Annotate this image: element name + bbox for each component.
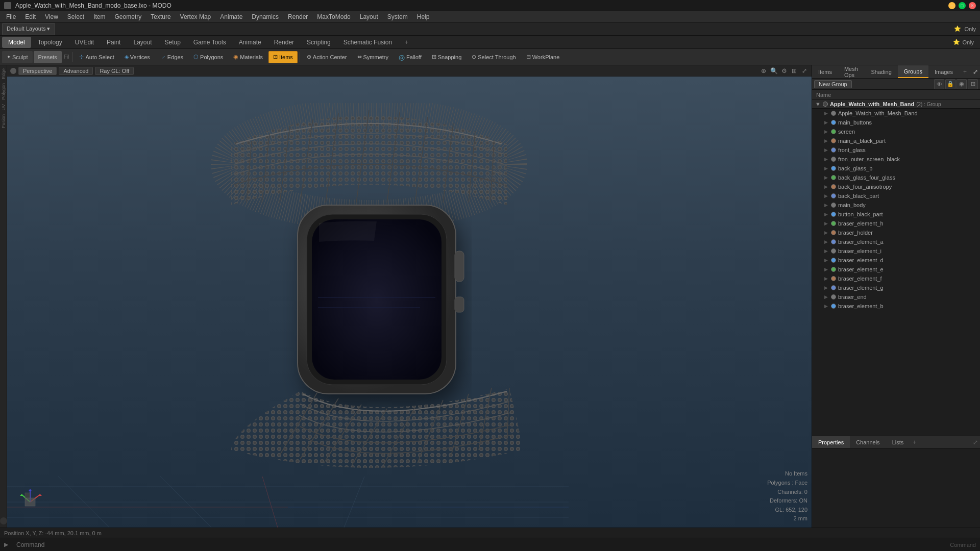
tab-game-tools[interactable]: Game Tools [187, 37, 232, 48]
viewport-menu-btn[interactable] [10, 68, 16, 74]
menu-layout[interactable]: Layout [356, 12, 382, 21]
list-item[interactable]: ▶ braser_element_b [812, 302, 980, 311]
panel-eye-btn[interactable]: 👁 [934, 79, 944, 89]
list-item[interactable]: ▶ back_glass_four_glass [812, 173, 980, 182]
materials-button[interactable]: ◉ Materials [229, 51, 267, 63]
new-group-button[interactable]: New Group [814, 80, 852, 88]
viewport-icon-3[interactable]: ⚙ [780, 67, 788, 75]
list-item[interactable]: ▶ braser_element_i [812, 246, 980, 256]
menu-help[interactable]: Help [413, 12, 434, 21]
tab-topology[interactable]: Topology [32, 37, 68, 48]
menu-vertex map[interactable]: Vertex Map [176, 12, 215, 21]
tab-schematic-fusion[interactable]: Schematic Fusion [337, 37, 398, 48]
tab-paint[interactable]: Paint [101, 37, 127, 48]
list-item[interactable]: ▶ screen [812, 127, 980, 136]
viewport-icon-4[interactable]: ⊞ [790, 67, 798, 75]
menu-geometry[interactable]: Geometry [111, 12, 146, 21]
list-item[interactable]: ▶ fron_outer_screen_black [812, 155, 980, 164]
menu-system[interactable]: System [383, 12, 412, 21]
menu-dynamics[interactable]: Dynamics [248, 12, 283, 21]
maximize-button[interactable]: □ [959, 2, 966, 9]
viewport-maximize[interactable]: ⤢ [800, 67, 808, 75]
menu-item[interactable]: Item [89, 12, 109, 21]
tab-shading[interactable]: Shading [865, 65, 897, 78]
perspective-btn[interactable]: Perspective [18, 67, 57, 75]
watch-render [190, 103, 548, 486]
tab-properties[interactable]: Properties [812, 436, 850, 448]
tab-scripting[interactable]: Scripting [301, 37, 337, 48]
list-item[interactable]: ▶ braser_element_a [812, 237, 980, 246]
workplane-label: WorkPlane [532, 54, 560, 60]
edges-button[interactable]: ⟋ Edges [156, 51, 188, 63]
ray-gl-btn[interactable]: Ray GL: Off [95, 67, 134, 75]
tab-add[interactable]: + [399, 37, 414, 48]
vertices-button[interactable]: ◈ Vertices [120, 51, 155, 63]
list-item[interactable]: ▶ back_black_part [812, 191, 980, 201]
polygons-button[interactable]: ⬡ Polygons [189, 51, 228, 63]
tab-groups[interactable]: Groups [898, 65, 928, 78]
list-item[interactable]: ▶ braser_element_d [812, 256, 980, 265]
sculpt-button[interactable]: ✦ Sculpt [2, 51, 33, 63]
scene-list[interactable]: ▼ Apple_Watch_with_Mesh_Band (2) : Group… [812, 100, 980, 436]
menu-render[interactable]: Render [284, 12, 312, 21]
right-panel-expand[interactable]: ⤢ [971, 68, 980, 76]
menu-texture[interactable]: Texture [146, 12, 175, 21]
minimize-button[interactable]: − [948, 2, 955, 9]
panel-wire-btn[interactable]: ⊞ [968, 79, 978, 89]
tab-lists-add[interactable]: + [910, 438, 919, 447]
tab-items[interactable]: Items [812, 65, 838, 78]
close-button[interactable]: ✕ [969, 2, 976, 9]
falloff-button[interactable]: ◎ Falloff [394, 51, 426, 63]
tab-setup[interactable]: Setup [158, 37, 186, 48]
list-item[interactable]: ▶ braser_end [812, 292, 980, 302]
list-item[interactable]: ▶ braser_element_h [812, 219, 980, 228]
tab-render[interactable]: Render [268, 37, 300, 48]
advanced-btn[interactable]: Advanced [59, 67, 93, 75]
symmetry-button[interactable]: ⇔ Symmetry [353, 51, 394, 63]
command-input[interactable] [12, 538, 946, 551]
snapping-button[interactable]: ⊞ Snapping [427, 51, 467, 63]
action-center-button[interactable]: ⊕ Action Center [302, 51, 352, 63]
item-collapse: ▶ [824, 276, 829, 281]
tab-animate[interactable]: Animate [233, 37, 267, 48]
panel-render-btn[interactable]: ◉ [957, 79, 967, 89]
list-item[interactable]: ▶ button_black_part [812, 210, 980, 219]
auto-select-button[interactable]: ⊹ Auto Select [75, 51, 118, 63]
layouts-dropdown[interactable]: Default Layouts ▾ [2, 23, 55, 35]
select-through-button[interactable]: ⊙ Select Through [467, 51, 520, 63]
presets-button[interactable]: Presets [34, 51, 62, 63]
list-item[interactable]: ▶ back_four_anisotropy [812, 182, 980, 191]
tab-model[interactable]: Model [2, 37, 31, 48]
tab-lists[interactable]: Lists [886, 436, 910, 448]
list-item[interactable]: ▶ back_glass_b [812, 164, 980, 173]
menu-file[interactable]: File [2, 12, 20, 21]
menu-edit[interactable]: Edit [21, 12, 40, 21]
items-button[interactable]: ⊡ Items [268, 51, 298, 63]
panel-expand-icon[interactable]: ⤢ [971, 439, 980, 446]
list-item[interactable]: ▶ Apple_Watch_with_Mesh_Band [812, 109, 980, 118]
tab-add-btn[interactable]: + [959, 67, 971, 77]
tab-mesh-ops[interactable]: Mesh Ops [838, 65, 865, 78]
menu-view[interactable]: View [41, 12, 62, 21]
workplane-button[interactable]: ⊟ WorkPlane [522, 51, 565, 63]
group-header[interactable]: ▼ Apple_Watch_with_Mesh_Band (2) : Group [812, 100, 980, 109]
list-item[interactable]: ▶ braser_element_f [812, 274, 980, 283]
tab-images[interactable]: Images [928, 65, 959, 78]
list-item[interactable]: ▶ braser_element_g [812, 283, 980, 292]
list-item[interactable]: ▶ main_buttons [812, 118, 980, 127]
viewport-icon-2[interactable]: 🔍 [770, 67, 778, 75]
tab-uvedit[interactable]: UVEdit [69, 37, 100, 48]
list-item[interactable]: ▶ front_glass [812, 145, 980, 155]
menu-select[interactable]: Select [63, 12, 88, 21]
list-item[interactable]: ▶ main_a_black_part [812, 136, 980, 145]
tab-channels[interactable]: Channels [850, 436, 886, 448]
tab-layout[interactable]: Layout [127, 37, 158, 48]
list-item[interactable]: ▶ braser_holder [812, 228, 980, 237]
panel-lock-btn[interactable]: 🔒 [945, 79, 955, 89]
menu-maxtomodo[interactable]: MaxToModo [313, 12, 354, 21]
menu-animate[interactable]: Animate [216, 12, 247, 21]
list-item[interactable]: ▶ braser_element_e [812, 265, 980, 274]
3d-viewport[interactable]: No Items Polygons : Face Channels: 0 Def… [7, 77, 812, 528]
viewport-icon-1[interactable]: ⊕ [760, 67, 768, 75]
list-item[interactable]: ▶ main_body [812, 201, 980, 210]
